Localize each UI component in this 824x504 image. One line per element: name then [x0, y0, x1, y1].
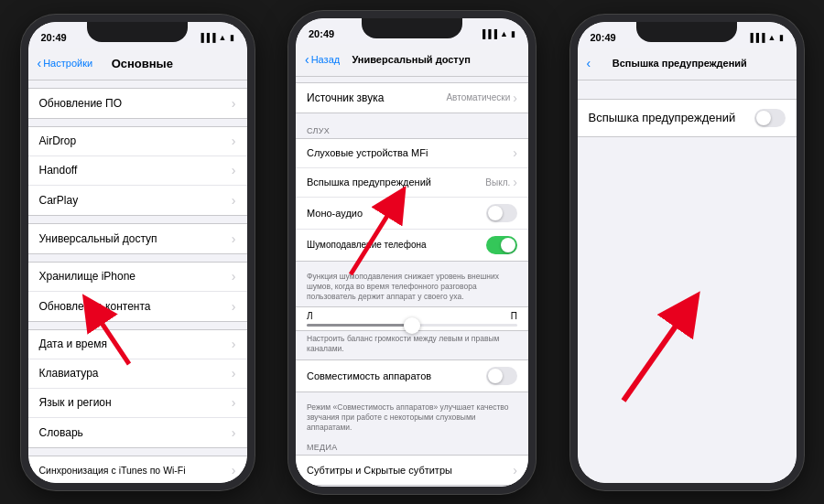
phone2-label-mono: Моно-аудио — [307, 208, 486, 219]
phone1-time: 20:49 — [41, 32, 67, 43]
phone2-back-button[interactable]: ‹ Назад — [305, 53, 340, 66]
phone3-notch — [636, 22, 737, 42]
phone1-chevron-universal: › — [232, 232, 236, 245]
phone3-signal-icon: ▐▐▐ — [747, 33, 764, 42]
phone1-row-language[interactable]: Язык и регион › — [28, 389, 247, 418]
phone1-row-handoff[interactable]: Handoff › — [28, 156, 247, 186]
phone3-back-chevron: ‹ — [587, 57, 591, 70]
phone2-status-icons: ▐▐▐ ▲ ▮ — [480, 29, 515, 38]
phone1-notch — [87, 22, 188, 42]
phone3-toggle-flash-knob — [756, 111, 771, 125]
phone3-toggle-flash[interactable] — [754, 109, 786, 127]
phone2-label-source: Источник звука — [307, 91, 446, 104]
phone2-row-subtitles[interactable]: Субтитры и Скрытые субтитры › — [296, 456, 528, 485]
phone2-toggle-noise-knob — [501, 238, 515, 252]
phone3-nav-bar: ‹ Вспышка предупреждений — [578, 48, 797, 80]
phone2-source-right: Автоматически › — [446, 91, 517, 104]
phone3-row-flash[interactable]: Вспышка предупреждений — [578, 99, 797, 137]
phone3: 20:49 ▐▐▐ ▲ ▮ ‹ Вспышка предупреждений В… — [570, 15, 804, 490]
battery-icon: ▮ — [230, 33, 234, 42]
phone2-row-mfi[interactable]: Слуховые устройства MFi › — [296, 139, 528, 168]
phone2-signal-icon: ▐▐▐ — [480, 29, 497, 38]
phone2-section-media: МЕДИА — [296, 437, 528, 455]
phone2-row-noise[interactable]: Шумоподавление телефона — [296, 230, 528, 261]
phone1-row-datetime[interactable]: Дата и время › — [28, 330, 247, 359]
phone1-row-sync[interactable]: Синхронизация с iTunes по Wi-Fi › — [28, 456, 247, 483]
phone1-row-content-update[interactable]: Обновление контента › — [28, 292, 247, 321]
phone2-group-hearing: Слуховые устройства MFi › Вспышка предуп… — [296, 138, 528, 262]
phone1-label-content-update: Обновление контента — [39, 300, 232, 313]
phone3-content: Вспышка предупреждений — [578, 99, 797, 483]
phone1-chevron-storage: › — [232, 270, 236, 283]
phone2-row-mono[interactable]: Моно-аудио — [296, 198, 528, 230]
phone1-chevron-dictionary: › — [232, 426, 236, 439]
phone1-back-label: Настройки — [43, 58, 92, 69]
phone1-row-storage[interactable]: Хранилище iPhone › — [28, 263, 247, 292]
phone1-group-sync: Синхронизация с iTunes по Wi-Fi › VPN Не… — [28, 456, 247, 483]
phone1-chevron-content-update: › — [232, 300, 236, 313]
phone2-row-compat[interactable]: Совместимость аппаратов — [296, 360, 528, 391]
phone1-chevron-sync: › — [232, 464, 236, 477]
phone1-nav-bar: ‹ Настройки Основные — [28, 48, 247, 80]
phone1-label-storage: Хранилище iPhone — [39, 270, 232, 283]
phone1-label-sync: Синхронизация с iTunes по Wi-Fi — [39, 465, 232, 476]
phone1-label-language: Язык и регион — [39, 396, 232, 409]
phone2-toggle-compat[interactable] — [486, 367, 517, 385]
phone2-back-chevron: ‹ — [305, 53, 309, 66]
phone2-slider-thumb[interactable] — [404, 317, 420, 334]
phone2-toggle-mono-knob — [488, 206, 503, 220]
phone2-group-source: Источник звука Автоматически › — [296, 82, 528, 113]
phone1-screen: 20:49 ▐▐▐ ▲ ▮ ‹ Настройки Основные — [28, 22, 247, 483]
phone1-group-storage: Хранилище iPhone › Обновление контента › — [28, 262, 247, 322]
phone1-label-dictionary: Словарь — [39, 426, 232, 439]
phone2-slider-container: Л П — [296, 306, 528, 331]
phone1-chevron-carplay: › — [232, 194, 236, 207]
phone2-label-flash: Вспышка предупреждений — [307, 177, 485, 188]
phone1-settings-list: Обновление ПО › AirDrop › Handoff › — [28, 80, 247, 483]
phone2-slider-left: Л — [307, 311, 313, 321]
phone1-row-dictionary[interactable]: Словарь › — [28, 418, 247, 447]
phone2-slider-track[interactable] — [307, 324, 517, 327]
phone1-label-universal: Универсальный доступ — [39, 232, 232, 245]
phone1-group-airdrop: AirDrop › Handoff › CarPlay › — [28, 126, 247, 216]
phone1-label-airdrop: AirDrop — [39, 134, 232, 147]
phone1-chevron-update: › — [232, 97, 236, 110]
phone1-chevron-keyboard: › — [232, 367, 236, 380]
phone2-source-value: Автоматически — [446, 92, 510, 102]
phone2-row-source[interactable]: Источник звука Автоматически › — [296, 83, 528, 113]
phone2-slider-right: П — [511, 311, 517, 321]
phone2-toggle-mono[interactable] — [486, 204, 517, 222]
phone1-back-chevron: ‹ — [38, 57, 42, 70]
phone1-group-update: Обновление ПО › — [28, 88, 247, 119]
signal-icon: ▐▐▐ — [198, 33, 215, 42]
phone1-row-airdrop[interactable]: AirDrop › — [28, 127, 247, 156]
phone2-back-label: Назад — [311, 54, 341, 65]
phone2-label-compat: Совместимость аппаратов — [307, 370, 486, 381]
phone3-battery-icon: ▮ — [779, 33, 784, 42]
phone3-back-button[interactable]: ‹ — [587, 57, 591, 70]
phone1-group-datetime: Дата и время › Клавиатура › Язык и регио… — [28, 329, 247, 448]
phone2-nav-bar: ‹ Назад Универсальный доступ — [296, 44, 528, 77]
phone2-chevron-source: › — [513, 91, 517, 104]
phone2-flash-right: Выкл. › — [485, 176, 517, 188]
phone2-row-flash[interactable]: Вспышка предупреждений Выкл. › — [296, 168, 528, 198]
phone1-row-carplay[interactable]: CarPlay › — [28, 186, 247, 215]
phone1-back-button[interactable]: ‹ Настройки — [38, 57, 93, 70]
phone2-toggle-noise[interactable] — [486, 236, 517, 254]
phone1-row-update[interactable]: Обновление ПО › — [28, 89, 247, 118]
phone3-wifi-icon: ▲ — [768, 33, 776, 42]
phone3-screen: 20:49 ▐▐▐ ▲ ▮ ‹ Вспышка предупреждений В… — [578, 22, 797, 483]
phone2-slider-fill — [307, 324, 412, 327]
phone2-settings-list: Источник звука Автоматически › СЛУХ Слух… — [296, 77, 528, 487]
phone1-row-keyboard[interactable]: Клавиатура › — [28, 359, 247, 389]
phone1-group-universal: Универсальный доступ › — [28, 223, 247, 254]
phone2-label-noise: Шумоподавление телефона — [307, 240, 486, 250]
phone1-row-universal[interactable]: Универсальный доступ › — [28, 224, 247, 253]
phone3-label-flash: Вспышка предупреждений — [589, 111, 736, 124]
phone1-wrapper: 20:49 ▐▐▐ ▲ ▮ ‹ Настройки Основные — [0, 0, 275, 504]
phone3-wrapper: 20:49 ▐▐▐ ▲ ▮ ‹ Вспышка предупреждений В… — [549, 0, 824, 504]
phone1-label-carplay: CarPlay — [39, 194, 232, 207]
phone2-section-hearing: СЛУХ — [296, 121, 528, 138]
phone1: 20:49 ▐▐▐ ▲ ▮ ‹ Настройки Основные — [21, 15, 255, 490]
phone2-label-subtitles: Субтитры и Скрытые субтитры — [307, 465, 513, 476]
